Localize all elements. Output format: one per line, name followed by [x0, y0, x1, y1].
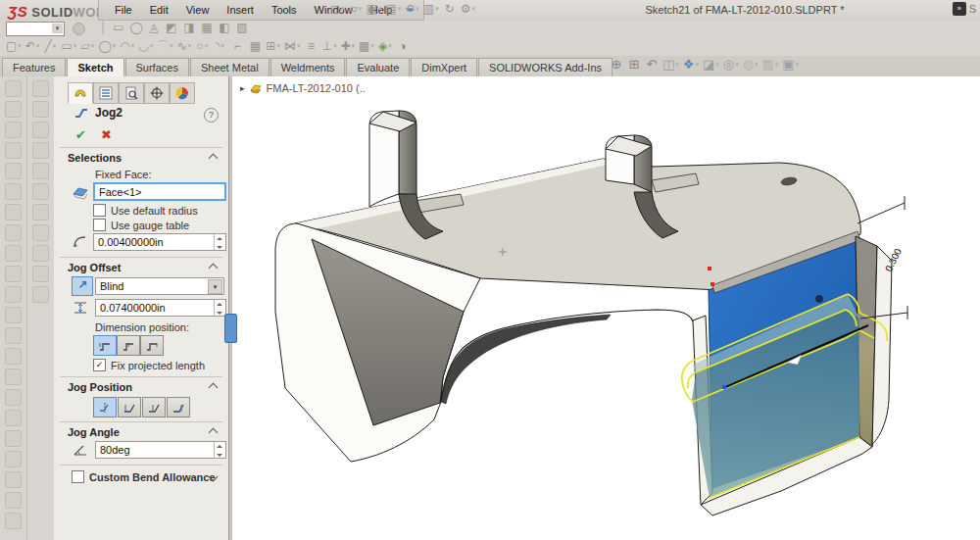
solidworks-search[interactable]: » S: [953, 2, 976, 16]
tab-features[interactable]: Features: [2, 58, 66, 77]
jog-offset-group-header[interactable]: Jog Offset: [68, 262, 121, 273]
view-orientation-icon[interactable]: ❖▾: [681, 57, 701, 72]
toolbar-icon[interactable]: [32, 204, 49, 221]
dropdown-caret-icon[interactable]: ▾: [378, 5, 382, 12]
toolbar-icon[interactable]: [32, 224, 49, 241]
dropdown-caret-icon[interactable]: ▾: [695, 61, 699, 68]
edit-appearance-icon[interactable]: ◍▾: [741, 57, 760, 72]
zoom-to-area-icon[interactable]: ⊞: [625, 57, 643, 72]
tab-dimxpert[interactable]: DimXpert: [411, 58, 477, 77]
jog-position-group-header[interactable]: Jog Position: [68, 381, 132, 393]
undo-icon[interactable]: ↶▾: [403, 2, 421, 16]
dropdown-caret-icon[interactable]: ▾: [755, 61, 759, 68]
checkbox-box[interactable]: [93, 219, 106, 231]
toolbar-icon[interactable]: [5, 245, 22, 262]
dropdown-caret-icon[interactable]: ▾: [388, 42, 392, 49]
toolbar-icon[interactable]: [5, 389, 22, 406]
dropdown-caret-icon[interactable]: ▾: [715, 61, 719, 68]
checkbox-box[interactable]: [72, 470, 84, 483]
dropdown-caret-icon[interactable]: ▾: [170, 42, 173, 49]
weld-symbol-icon[interactable]: ◩: [163, 21, 180, 34]
save-icon[interactable]: ▣▾: [364, 2, 383, 16]
note-icon[interactable]: ▭: [110, 21, 127, 34]
new-icon[interactable]: ◻▾: [328, 2, 346, 16]
jog-position-material-outside-button[interactable]: [142, 397, 166, 417]
dropdown-caret-icon[interactable]: ▾: [333, 42, 337, 49]
toolbar-icon[interactable]: [5, 163, 22, 179]
menu-view[interactable]: View: [178, 2, 218, 18]
reverse-direction-button[interactable]: ↗: [72, 276, 93, 296]
end-condition-dropdown[interactable]: Blind ▾: [95, 277, 224, 295]
toolbar-icon[interactable]: [5, 266, 22, 282]
dropdown-caret-icon[interactable]: ▾: [471, 5, 475, 12]
ok-button[interactable]: ✔: [75, 127, 86, 142]
dropdown-caret-icon[interactable]: ▾: [131, 42, 135, 49]
toolbar-icon[interactable]: [5, 183, 22, 200]
toolbar-icon[interactable]: [5, 368, 22, 385]
dropdown-caret-icon[interactable]: ▾: [416, 5, 419, 12]
help-icon[interactable]: ?: [204, 108, 219, 123]
tab-dimxpert-manager[interactable]: [144, 82, 170, 104]
view-settings-icon[interactable]: ▣▾: [780, 57, 801, 72]
fix-projected-length-checkbox[interactable]: ✓ Fix projected length: [93, 359, 205, 371]
toolbar-icon[interactable]: [5, 224, 22, 241]
convert-entities-icon[interactable]: ≡: [302, 39, 319, 53]
trim-entities-icon[interactable]: ⊞▾: [264, 39, 282, 53]
tab-sheet-metal[interactable]: Sheet Metal: [190, 58, 270, 77]
dropdown-caret-icon[interactable]: ▾: [113, 42, 117, 49]
line-icon[interactable]: ╱▾: [41, 39, 59, 53]
select-icon[interactable]: ▥▾: [421, 2, 441, 16]
dropdown-caret-icon[interactable]: ▾: [91, 42, 95, 49]
jog-angle-input[interactable]: 80deg: [95, 441, 226, 459]
panel-splitter-handle[interactable]: [224, 314, 237, 343]
tab-configuration-manager[interactable]: [119, 82, 144, 104]
area-hatch-icon[interactable]: ▦: [246, 39, 264, 53]
spinner[interactable]: [214, 300, 225, 316]
jog-position-bend-centerline-button[interactable]: [93, 397, 117, 417]
display-relations-icon[interactable]: ▩▾: [357, 39, 376, 53]
rapid-sketch-icon[interactable]: ◑: [394, 39, 412, 53]
toolbar-icon[interactable]: [32, 122, 49, 138]
undo-icon[interactable]: ↶▾: [24, 39, 42, 53]
hide-show-items-icon[interactable]: ◎▾: [721, 57, 741, 72]
zoom-to-fit-icon[interactable]: ⊕: [608, 57, 625, 72]
offset-distance-input[interactable]: 0.07400000in: [95, 299, 226, 317]
toolbar-icon[interactable]: [5, 471, 22, 488]
toolbar-icon[interactable]: [5, 204, 22, 221]
toolbar-icon[interactable]: [5, 492, 22, 509]
custom-bend-allowance-checkbox[interactable]: Custom Bend Allowance: [72, 470, 216, 483]
surface-finish-icon[interactable]: ◬: [145, 21, 163, 34]
dimension-position-outside-button[interactable]: [93, 335, 117, 356]
tab-property-manager[interactable]: [68, 82, 93, 104]
collapse-chevron-icon[interactable]: [209, 383, 219, 393]
circle-icon[interactable]: ◯▾: [96, 39, 118, 53]
face-hole[interactable]: [816, 296, 823, 303]
display-style-icon[interactable]: ◪▾: [701, 57, 721, 72]
collapse-chevron-icon[interactable]: [209, 154, 219, 164]
collapse-chevron-icon[interactable]: [209, 428, 219, 438]
dropdown-caret-icon[interactable]: ▾: [796, 61, 800, 68]
geometric-tolerance-icon[interactable]: ◨: [180, 21, 198, 34]
toolbar-icon[interactable]: [5, 80, 22, 97]
toolbar-icon[interactable]: [5, 513, 22, 529]
toolbar-icon[interactable]: [32, 142, 49, 159]
tab-solidworks-add-ins[interactable]: SOLIDWORKS Add-Ins: [478, 58, 612, 77]
use-gauge-table-checkbox[interactable]: Use gauge table: [93, 219, 189, 231]
toolbar-icon[interactable]: [32, 183, 49, 200]
toolbar-icon[interactable]: [5, 430, 22, 447]
dropdown-caret-icon[interactable]: ▾: [435, 5, 439, 12]
dropdown-caret-icon[interactable]: ▾: [735, 61, 739, 68]
toolbar-icon[interactable]: [32, 286, 49, 303]
toolbar-icon[interactable]: [32, 245, 49, 262]
toolbar-icon[interactable]: [5, 348, 22, 365]
tab-evaluate[interactable]: Evaluate: [346, 58, 410, 77]
datum-feature-icon[interactable]: ▦: [198, 21, 216, 34]
dropdown-caret-icon[interactable]: ▾: [297, 42, 301, 49]
spinner[interactable]: [214, 442, 225, 458]
dropdown-caret-icon[interactable]: ▾: [370, 42, 374, 49]
ellipse-icon[interactable]: ○▾: [193, 39, 211, 53]
collapse-chevron-icon[interactable]: [209, 264, 219, 273]
dropdown-caret-icon[interactable]: ▾: [775, 61, 779, 68]
dropdown-caret-icon[interactable]: ▾: [188, 42, 192, 49]
menu-tools[interactable]: Tools: [264, 2, 305, 18]
